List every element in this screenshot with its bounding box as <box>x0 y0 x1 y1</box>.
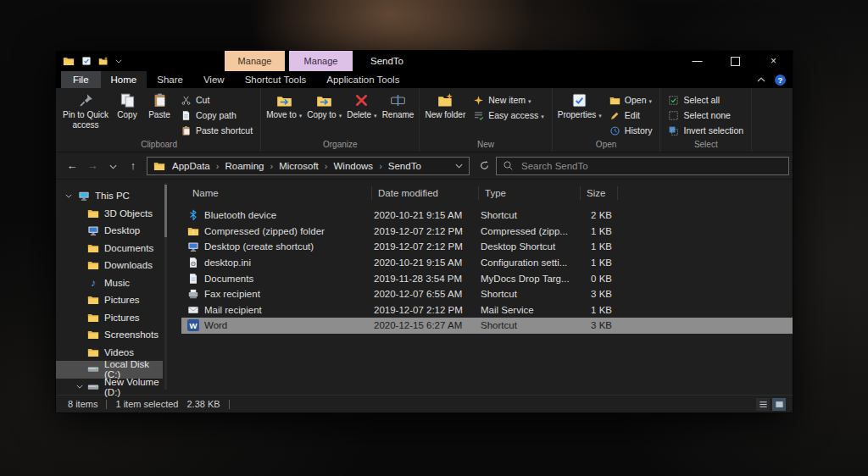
invert-selection-icon <box>668 125 679 136</box>
selection-size: 2.38 KB <box>186 399 220 409</box>
large-icons-view-button[interactable] <box>772 398 786 411</box>
paste-shortcut-button[interactable]: Paste shortcut <box>177 123 256 138</box>
back-button[interactable]: ← <box>63 159 81 172</box>
new-item-button[interactable]: New item <box>470 92 547 108</box>
sidebar-item-downloads[interactable]: Downloads <box>56 257 163 274</box>
details-view-button[interactable] <box>756 398 770 411</box>
sidebar-item-pictures-2[interactable]: Pictures <box>56 309 163 327</box>
manage-application-tools-header[interactable]: Manage <box>289 51 353 71</box>
delete-button[interactable]: Delete <box>344 90 379 120</box>
file-row-documents[interactable]: Documents 2019-11-28 3:54 PM MyDocs Drop… <box>181 270 793 286</box>
copy-icon <box>120 92 136 108</box>
select-all-button[interactable]: Select all <box>665 92 747 108</box>
ribbon-group-open: Properties Open Edit History <box>553 88 661 152</box>
sidebar-item-this-pc[interactable]: This PC <box>56 187 163 205</box>
move-to-button[interactable]: Move to <box>264 90 304 120</box>
collapse-ribbon-icon[interactable] <box>757 77 765 82</box>
location-folder-icon <box>153 160 165 172</box>
breadcrumb-microsoft[interactable]: Microsoft <box>279 161 319 171</box>
minimize-button[interactable]: — <box>678 51 716 71</box>
search-input[interactable] <box>520 160 782 172</box>
title-bar[interactable]: Manage Manage SendTo — × <box>56 51 793 71</box>
address-dropdown-caret-icon[interactable] <box>455 163 463 169</box>
qat-customize-caret-icon[interactable] <box>115 59 122 64</box>
tab-home[interactable]: Home <box>101 71 147 88</box>
column-header-size[interactable]: Size <box>581 186 618 200</box>
refresh-button[interactable] <box>474 160 494 171</box>
search-box[interactable] <box>496 157 789 175</box>
desktop-icon <box>87 224 99 236</box>
word-icon: W <box>187 319 199 331</box>
pin-to-quick-access-button[interactable]: Pin to Quick access <box>60 90 111 130</box>
breadcrumb-windows[interactable]: Windows <box>333 161 373 171</box>
app-folder-icon[interactable] <box>63 55 75 67</box>
organize-group-label: Organize <box>264 140 416 152</box>
easy-access-button[interactable]: Easy access <box>470 108 547 123</box>
properties-button[interactable]: Properties <box>555 90 604 120</box>
copy-to-button[interactable]: Copy to <box>304 90 344 120</box>
tab-view[interactable]: View <box>193 71 235 88</box>
file-row-bluetooth-device[interactable]: Bluetooth device 2020-10-21 9:15 AM Shor… <box>181 208 793 224</box>
sidebar-item-videos[interactable]: Videos <box>56 344 163 362</box>
edit-button[interactable]: Edit <box>606 108 656 123</box>
file-row-desktop-shortcut[interactable]: Desktop (create shortcut) 2019-12-07 2:1… <box>181 239 793 255</box>
folder-icon <box>87 242 99 254</box>
tab-shortcut-tools[interactable]: Shortcut Tools <box>235 71 317 88</box>
breadcrumb-roaming[interactable]: Roaming <box>225 161 264 171</box>
sidebar-item-local-disk-c[interactable]: Local Disk (C:) <box>56 361 163 379</box>
maximize-icon <box>731 57 740 66</box>
sidebar-scrollbar-thumb[interactable] <box>164 185 167 237</box>
sidebar-item-pictures[interactable]: Pictures <box>56 291 163 309</box>
close-button[interactable]: × <box>754 51 793 71</box>
select-none-button[interactable]: Select none <box>665 108 747 123</box>
sidebar-item-desktop[interactable]: Desktop <box>56 222 163 240</box>
chevron-down-icon <box>109 164 117 169</box>
main-content: This PC 3D Objects Desktop Documents Dow… <box>56 180 793 395</box>
contextual-tab-headers: Manage Manage <box>225 51 353 71</box>
breadcrumb-sendto[interactable]: SendTo <box>388 161 421 171</box>
breadcrumb-separator-icon: › <box>210 161 225 171</box>
address-breadcrumb[interactable]: AppData › Roaming › Microsoft › Windows … <box>147 157 470 175</box>
column-header-date-modified[interactable]: Date modified <box>372 186 479 200</box>
tab-file[interactable]: File <box>61 71 101 88</box>
column-header-name[interactable]: Name <box>181 186 372 200</box>
cut-button[interactable]: Cut <box>177 92 256 108</box>
invert-selection-button[interactable]: Invert selection <box>665 123 747 138</box>
paste-button[interactable]: Paste <box>143 90 175 120</box>
sidebar-item-new-volume-d[interactable]: New Volume (D:) <box>56 379 163 396</box>
history-button[interactable]: History <box>606 123 656 138</box>
manage-shortcut-tools-header[interactable]: Manage <box>225 51 285 71</box>
tab-share[interactable]: Share <box>147 71 193 88</box>
folder-icon <box>87 208 99 219</box>
expand-chevron-icon[interactable] <box>76 385 83 389</box>
file-row-word-selected[interactable]: WWord 2020-12-15 6:27 AM Shortcut 3 KB <box>181 318 793 334</box>
select-none-icon <box>668 110 679 121</box>
maximize-button[interactable] <box>716 51 754 71</box>
help-button[interactable]: ? <box>775 75 786 86</box>
sidebar-item-screenshots[interactable]: Screenshots <box>56 326 163 344</box>
sidebar-scrollbar[interactable] <box>164 183 167 390</box>
qat-properties-icon[interactable] <box>81 56 92 66</box>
open-button[interactable]: Open <box>606 92 656 108</box>
forward-button[interactable]: → <box>83 159 102 172</box>
recent-locations-caret[interactable] <box>103 159 122 172</box>
file-row-mail-recipient[interactable]: Mail recipient 2019-12-07 2:12 PM Mail S… <box>181 302 793 318</box>
file-row-compressed-folder[interactable]: Compressed (zipped) folder 2019-12-07 2:… <box>181 224 793 240</box>
copy-path-button[interactable]: Copy path <box>177 108 256 123</box>
properties-icon <box>571 92 587 108</box>
rename-button[interactable]: Rename <box>380 90 417 120</box>
tab-application-tools[interactable]: Application Tools <box>316 71 409 88</box>
up-button[interactable]: ↑ <box>124 159 142 172</box>
file-row-desktop-ini[interactable]: desktop.ini 2020-10-21 9:15 AM Configura… <box>181 255 793 271</box>
file-row-fax-recipient[interactable]: Fax recipient 2020-12-07 6:55 AM Shortcu… <box>181 286 793 302</box>
items-count: 8 items <box>68 399 97 409</box>
copy-button[interactable]: Copy <box>111 90 143 120</box>
column-header-type[interactable]: Type <box>479 186 581 200</box>
qat-new-folder-icon[interactable] <box>98 56 108 66</box>
breadcrumb-appdata[interactable]: AppData <box>172 161 210 171</box>
new-folder-button[interactable]: New folder <box>422 90 468 120</box>
expand-chevron-icon[interactable] <box>65 194 72 198</box>
sidebar-item-3d-objects[interactable]: 3D Objects <box>56 205 163 223</box>
sidebar-item-documents[interactable]: Documents <box>56 240 163 257</box>
sidebar-item-music[interactable]: ♪ Music <box>56 274 163 292</box>
